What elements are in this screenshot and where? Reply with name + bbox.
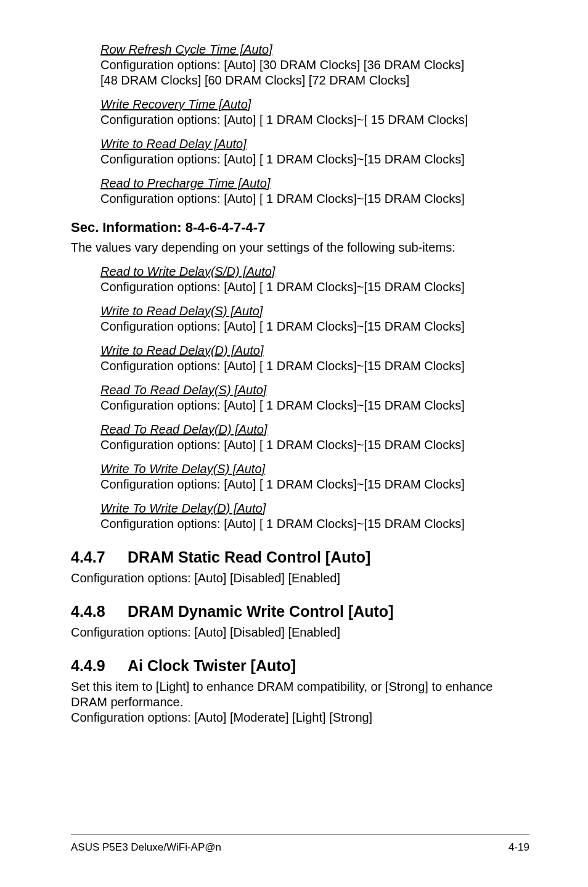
- section-title: Ai Clock Twister [Auto]: [128, 657, 296, 674]
- setting-title: Read to Precharge Time [Auto]: [100, 176, 529, 191]
- setting-title: Write to Read Delay [Auto]: [100, 136, 529, 152]
- setting-body: Configuration options: [Auto] [ 1 DRAM C…: [100, 437, 529, 453]
- setting-body: Configuration options: [Auto] [30 DRAM C…: [100, 57, 529, 73]
- setting-body: Configuration options: [Auto] [ 1 DRAM C…: [100, 279, 529, 295]
- section-title: DRAM Static Read Control [Auto]: [128, 548, 370, 566]
- setting-item: Read to Write Delay(S/D) [Auto] Configur…: [100, 264, 529, 295]
- section-body: Set this item to [Light] to enhance DRAM…: [71, 679, 529, 710]
- page-footer: ASUS P5E3 Deluxe/WiFi-AP@n 4-19: [71, 835, 529, 854]
- setting-title: Write to Read Delay(S) [Auto]: [100, 303, 529, 319]
- setting-title: Read To Read Delay(S) [Auto]: [100, 382, 529, 398]
- setting-body: Configuration options: [Auto] [ 1 DRAM C…: [100, 516, 529, 532]
- footer-product-name: ASUS P5E3 Deluxe/WiFi-AP@n: [71, 841, 221, 854]
- setting-body: Configuration options: [Auto] [ 1 DRAM C…: [100, 152, 529, 167]
- setting-title: Read to Write Delay(S/D) [Auto]: [100, 264, 529, 279]
- setting-item: Row Refresh Cycle Time [Auto] Configurat…: [100, 42, 529, 88]
- setting-item: Write To Write Delay(S) [Auto] Configura…: [100, 461, 529, 492]
- setting-item: Read to Precharge Time [Auto] Configurat…: [100, 176, 529, 207]
- setting-item: Write To Write Delay(D) [Auto] Configura…: [100, 501, 529, 532]
- section-title: DRAM Dynamic Write Control [Auto]: [128, 603, 393, 620]
- section-body: Configuration options: [Auto] [Disabled]…: [71, 571, 529, 586]
- setting-title: Write To Write Delay(S) [Auto]: [100, 461, 529, 477]
- section-heading: 4.4.8DRAM Dynamic Write Control [Auto]: [71, 602, 529, 621]
- setting-body: Configuration options: [Auto] [ 1 DRAM C…: [100, 319, 529, 334]
- footer-page-number: 4-19: [508, 841, 529, 854]
- setting-body: Configuration options: [Auto] [ 1 DRAM C…: [100, 112, 529, 128]
- setting-body: Configuration options: [Auto] [ 1 DRAM C…: [100, 398, 529, 413]
- setting-body: Configuration options: [Auto] [ 1 DRAM C…: [100, 191, 529, 207]
- setting-title: Write To Write Delay(D) [Auto]: [100, 501, 529, 516]
- section-body: Configuration options: [Auto] [Disabled]…: [71, 625, 529, 640]
- setting-title: Row Refresh Cycle Time [Auto]: [100, 42, 529, 57]
- setting-title: Read To Read Delay(D) [Auto]: [100, 422, 529, 437]
- section-heading: 4.4.7DRAM Static Read Control [Auto]: [71, 548, 529, 567]
- setting-body: [48 DRAM Clocks] [60 DRAM Clocks] [72 DR…: [100, 73, 529, 88]
- setting-item: Read To Read Delay(S) [Auto] Configurati…: [100, 382, 529, 413]
- setting-item: Write to Read Delay [Auto] Configuration…: [100, 136, 529, 167]
- section-heading: 4.4.9Ai Clock Twister [Auto]: [71, 656, 529, 675]
- setting-body: Configuration options: [Auto] [ 1 DRAM C…: [100, 358, 529, 374]
- section-heading-sec-info: Sec. Information: 8-4-6-4-7-4-7: [71, 219, 529, 236]
- setting-body: Configuration options: [Auto] [ 1 DRAM C…: [100, 477, 529, 492]
- setting-item: Write Recovery Time [Auto] Configuration…: [100, 97, 529, 128]
- setting-title: Write to Read Delay(D) [Auto]: [100, 343, 529, 358]
- setting-item: Write to Read Delay(D) [Auto] Configurat…: [100, 343, 529, 374]
- setting-title: Write Recovery Time [Auto]: [100, 97, 529, 112]
- section-number: 4.4.7: [71, 548, 128, 567]
- setting-item: Write to Read Delay(S) [Auto] Configurat…: [100, 303, 529, 334]
- setting-item: Read To Read Delay(D) [Auto] Configurati…: [100, 422, 529, 453]
- section-intro: The values vary depending on your settin…: [71, 240, 529, 255]
- section-number: 4.4.8: [71, 602, 128, 621]
- section-number: 4.4.9: [71, 656, 128, 675]
- section-body: Configuration options: [Auto] [Moderate]…: [71, 710, 529, 725]
